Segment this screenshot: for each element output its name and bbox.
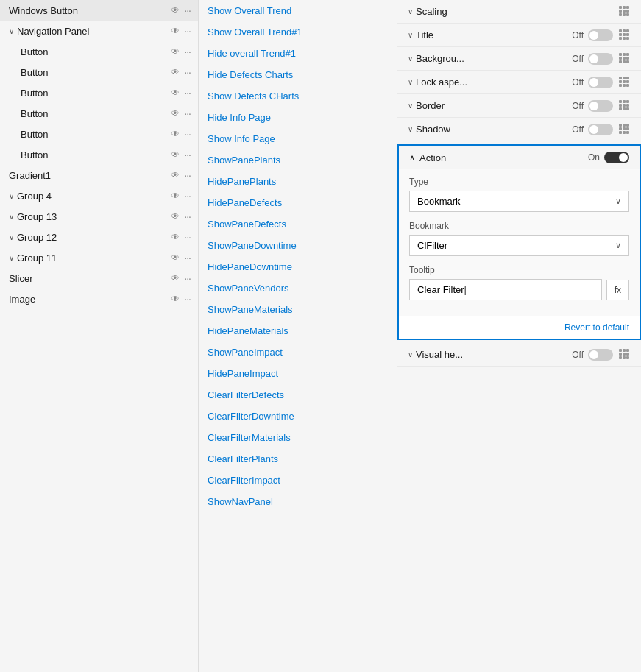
middle-panel-item[interactable]: HidePaneImpact [199, 363, 397, 384]
eye-icon[interactable]: 👁 [171, 46, 180, 57]
middle-panel-item[interactable]: ShowPaneImpact [199, 342, 397, 363]
middle-panel-item[interactable]: Hide Info Page [199, 107, 397, 128]
eye-icon[interactable]: 👁 [171, 191, 180, 201]
action-body: TypeBookmark∨BookmarkClFilter∨TooltipCle… [399, 169, 640, 316]
more-options-icon[interactable]: ··· [184, 66, 191, 78]
middle-panel-item[interactable]: ShowPaneVendors [199, 277, 397, 299]
middle-panel-item[interactable]: Show Overall Trend#1 [199, 21, 397, 43]
left-panel-item[interactable]: Button👁··· [0, 103, 198, 124]
chevron-icon[interactable]: ∨ [408, 7, 413, 15]
grid-icon[interactable] [619, 349, 631, 361]
left-panel-item[interactable]: Windows Button👁··· [0, 0, 198, 21]
middle-panel-item[interactable]: HidePaneDefects [199, 192, 397, 213]
middle-panel-item[interactable]: ClearFilterDefects [199, 384, 397, 406]
eye-icon[interactable]: 👁 [171, 88, 180, 98]
left-panel-item[interactable]: ∨Navigation Panel👁··· [0, 21, 198, 41]
eye-icon[interactable]: 👁 [171, 5, 180, 15]
middle-panel-item[interactable]: ShowPaneMaterials [199, 299, 397, 320]
eye-icon[interactable]: 👁 [171, 252, 180, 263]
eye-icon[interactable]: 👁 [171, 149, 180, 160]
eye-icon[interactable]: 👁 [171, 294, 180, 304]
more-options-icon[interactable]: ··· [184, 211, 191, 222]
grid-icon[interactable] [619, 53, 631, 65]
grid-icon[interactable] [619, 29, 631, 41]
left-panel-item[interactable]: ∨Group 13👁··· [0, 206, 198, 227]
fx-button[interactable]: fx [606, 280, 629, 300]
toggle-switch[interactable] [588, 77, 613, 88]
left-panel-item[interactable]: ∨Group 11👁··· [0, 247, 198, 268]
left-panel-item[interactable]: Button👁··· [0, 41, 198, 62]
more-options-icon[interactable]: ··· [184, 4, 191, 16]
left-panel-item[interactable]: Gradient1👁··· [0, 165, 198, 185]
tooltip-input[interactable]: Clear Filter [409, 279, 602, 300]
grid-icon[interactable] [619, 100, 631, 112]
eye-icon[interactable]: 👁 [171, 273, 180, 283]
chevron-icon[interactable]: ∨ [408, 31, 413, 39]
middle-panel-item[interactable]: ClearFilterMaterials [199, 427, 397, 448]
visual-he-chevron-icon[interactable]: ∨ [408, 350, 413, 358]
eye-icon[interactable]: 👁 [171, 108, 180, 119]
left-panel-item[interactable]: ∨Group 12👁··· [0, 227, 198, 247]
grid-icon[interactable] [619, 124, 631, 135]
grid-icon[interactable] [619, 77, 631, 88]
left-panel-item[interactable]: ∨Group 4👁··· [0, 185, 198, 206]
eye-icon[interactable]: 👁 [171, 232, 180, 242]
toggle-switch[interactable] [604, 152, 629, 163]
toggle-switch[interactable] [588, 100, 613, 112]
more-options-icon[interactable]: ··· [184, 149, 191, 160]
middle-panel-item[interactable]: HidePanePlants [199, 171, 397, 192]
more-options-icon[interactable]: ··· [184, 272, 191, 284]
more-options-icon[interactable]: ··· [184, 46, 191, 57]
eye-icon[interactable]: 👁 [171, 170, 180, 180]
toggle-switch[interactable] [588, 29, 613, 41]
toggle-switch[interactable] [588, 349, 613, 361]
right-section-row: ∨ShadowOff [397, 118, 641, 141]
more-options-icon[interactable]: ··· [184, 87, 191, 99]
middle-panel-item[interactable]: HidePaneMaterials [199, 320, 397, 342]
middle-panel-item[interactable]: ClearFilterPlants [199, 448, 397, 470]
left-panel-item[interactable]: Button👁··· [0, 62, 198, 82]
bookmark-dropdown[interactable]: ClFilter∨ [409, 235, 629, 256]
grid-icon[interactable] [619, 6, 631, 18]
chevron-icon[interactable]: ∨ [408, 78, 413, 86]
more-options-icon[interactable]: ··· [184, 128, 191, 140]
chevron-icon[interactable]: ∨ [408, 125, 413, 133]
middle-panel-item[interactable]: ShowPaneDefects [199, 213, 397, 235]
type-dropdown[interactable]: Bookmark∨ [409, 191, 629, 212]
chevron-icon[interactable]: ∨ [408, 54, 413, 63]
left-panel-item[interactable]: Button👁··· [0, 82, 198, 103]
more-options-icon[interactable]: ··· [184, 293, 191, 305]
left-panel-item[interactable]: Image👁··· [0, 289, 198, 309]
middle-panel-item[interactable]: HidePaneDowntime [199, 256, 397, 277]
left-panel-item[interactable]: Button👁··· [0, 124, 198, 144]
toggle-switch[interactable] [588, 53, 613, 65]
eye-icon[interactable]: 👁 [171, 129, 180, 139]
more-options-icon[interactable]: ··· [184, 25, 191, 37]
chevron-icon[interactable]: ∨ [408, 102, 413, 110]
more-options-icon[interactable]: ··· [184, 231, 191, 243]
left-panel: Windows Button👁···∨Navigation Panel👁···B… [0, 0, 199, 672]
tooltip-field-group: TooltipClear Filterfx [409, 265, 629, 300]
revert-to-default-link[interactable]: Revert to default [564, 322, 629, 333]
more-options-icon[interactable]: ··· [184, 169, 191, 181]
more-options-icon[interactable]: ··· [184, 190, 191, 202]
eye-icon[interactable]: 👁 [171, 67, 180, 77]
middle-panel-item[interactable]: Show Overall Trend [199, 0, 397, 21]
middle-panel-item[interactable]: ShowPanePlants [199, 149, 397, 171]
middle-panel-item[interactable]: Hide Defects Charts [199, 64, 397, 85]
eye-icon[interactable]: 👁 [171, 211, 180, 222]
left-panel-item[interactable]: Button👁··· [0, 144, 198, 165]
middle-panel-item[interactable]: ShowPaneDowntime [199, 235, 397, 256]
middle-panel-item[interactable]: Show Info Page [199, 128, 397, 149]
more-options-icon[interactable]: ··· [184, 252, 191, 264]
middle-panel-item[interactable]: Show Defects CHarts [199, 85, 397, 107]
middle-panel-item[interactable]: Hide overall Trend#1 [199, 43, 397, 64]
more-options-icon[interactable]: ··· [184, 107, 191, 119]
middle-panel-item[interactable]: ClearFilterDowntime [199, 406, 397, 427]
middle-panel-item[interactable]: ClearFilterImpact [199, 470, 397, 491]
action-chevron-icon[interactable]: ∧ [409, 153, 415, 163]
middle-panel-item[interactable]: ShowNavPanel [199, 491, 397, 512]
eye-icon[interactable]: 👁 [171, 26, 180, 36]
left-panel-item[interactable]: Slicer👁··· [0, 268, 198, 289]
toggle-switch[interactable] [588, 124, 613, 135]
